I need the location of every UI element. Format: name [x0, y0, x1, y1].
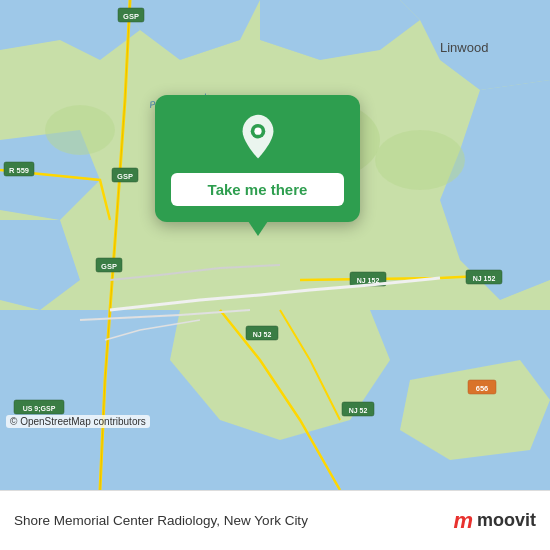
svg-text:656: 656	[476, 384, 489, 393]
bottom-bar: Shore Memorial Center Radiology, New Yor…	[0, 490, 550, 550]
svg-point-27	[254, 128, 261, 135]
svg-text:NJ 152: NJ 152	[473, 275, 496, 282]
moovit-text: moovit	[477, 510, 536, 531]
map-popup: Take me there	[155, 95, 360, 222]
svg-text:NJ 52: NJ 52	[349, 407, 368, 414]
moovit-letter: m	[453, 508, 473, 534]
svg-text:NJ 52: NJ 52	[253, 331, 272, 338]
svg-text:Linwood: Linwood	[440, 40, 488, 55]
svg-text:R 559: R 559	[9, 166, 29, 175]
location-pin-icon	[233, 113, 283, 163]
location-label: Shore Memorial Center Radiology, New Yor…	[14, 513, 308, 528]
svg-text:GSP: GSP	[101, 262, 117, 271]
svg-text:US 9;GSP: US 9;GSP	[23, 405, 56, 413]
take-me-there-button[interactable]: Take me there	[171, 173, 344, 206]
moovit-logo: m moovit	[453, 508, 536, 534]
svg-text:NJ 152: NJ 152	[357, 277, 380, 284]
svg-point-24	[375, 130, 465, 190]
svg-point-25	[45, 105, 115, 155]
osm-attribution: © OpenStreetMap contributors	[6, 415, 150, 428]
map-view: GSP GSP GSP R 559 NJ 152 NJ 152 NJ 52 NJ…	[0, 0, 550, 490]
svg-text:GSP: GSP	[117, 172, 133, 181]
svg-text:GSP: GSP	[123, 12, 139, 21]
